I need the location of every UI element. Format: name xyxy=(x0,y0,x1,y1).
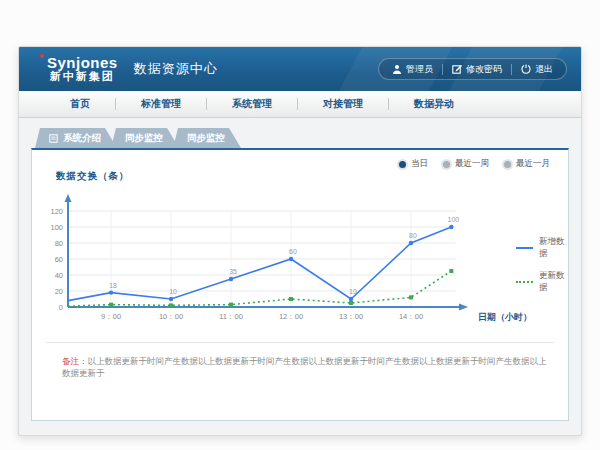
svg-text:13：00: 13：00 xyxy=(339,312,363,321)
filter-label: 当日 xyxy=(411,158,428,170)
change-password-label: 修改密码 xyxy=(466,63,502,76)
filter-label: 最近一周 xyxy=(455,158,489,170)
content-area: 系统介绍 同步监控 同步监控 当日 最近 xyxy=(19,118,581,421)
y-axis-title: 数据交换（条） xyxy=(56,170,130,183)
svg-text:40: 40 xyxy=(55,271,63,280)
filter-option[interactable]: 最近一周 xyxy=(443,158,489,170)
chart-legend: 新增数据 更新数据 xyxy=(516,236,568,294)
svg-text:10：00: 10：00 xyxy=(159,312,183,321)
legend-label: 更新数据 xyxy=(539,270,568,294)
nav-item-interfacing[interactable]: 对接管理 xyxy=(298,97,388,111)
company-logo: Synjones 新中新集团 xyxy=(47,55,118,82)
logout-label: 退出 xyxy=(535,63,553,76)
time-range-filters: 当日 最近一周 最近一月 xyxy=(399,158,550,170)
tab-system-intro[interactable]: 系统介绍 xyxy=(35,128,117,148)
filter-label: 最近一月 xyxy=(516,158,550,170)
logout-button[interactable]: 退出 xyxy=(512,63,562,76)
footnote-prefix: 备注： xyxy=(62,356,88,366)
user-bar: 管理员 修改密码 退出 xyxy=(378,58,567,80)
svg-text:14：00: 14：00 xyxy=(399,312,423,321)
svg-text:10: 10 xyxy=(349,288,357,295)
tab-sync-monitor-2[interactable]: 同步监控 xyxy=(173,128,241,148)
tab-bar: 系统介绍 同步监控 同步监控 xyxy=(35,128,569,148)
svg-text:35: 35 xyxy=(229,268,237,275)
nav-item-system[interactable]: 系统管理 xyxy=(207,97,297,111)
svg-text:80: 80 xyxy=(55,239,63,248)
filter-option[interactable]: 最近一月 xyxy=(504,158,550,170)
logo-subtitle: 新中新集团 xyxy=(47,71,118,83)
current-user-button[interactable]: 管理员 xyxy=(383,63,442,76)
legend-line-sample xyxy=(516,281,533,283)
svg-text:100: 100 xyxy=(50,223,63,232)
svg-text:10: 10 xyxy=(169,288,177,295)
edit-icon xyxy=(452,64,462,74)
page-title: 数据资源中心 xyxy=(134,60,218,78)
tab-sync-monitor-1[interactable]: 同步监控 xyxy=(111,128,179,148)
main-nav: 首页 标准管理 系统管理 对接管理 数据异动 xyxy=(19,91,581,118)
radio-icon xyxy=(443,161,450,168)
svg-text:60: 60 xyxy=(55,255,63,264)
footnote-text: 以上数据更新于时间产生数据以上数据更新于时间产生数据以上数据更新于时间产生数据以… xyxy=(62,356,547,378)
username: 管理员 xyxy=(406,63,433,76)
logo-red-dot-icon xyxy=(40,54,44,58)
svg-text:60: 60 xyxy=(289,248,297,255)
tab-label: 系统介绍 xyxy=(63,128,101,148)
panel-divider xyxy=(46,342,554,343)
filter-option[interactable]: 当日 xyxy=(399,158,428,170)
nav-item-data-change[interactable]: 数据异动 xyxy=(389,97,479,111)
radio-icon xyxy=(504,161,511,168)
footnote: 备注：以上数据更新于时间产生数据以上数据更新于时间产生数据以上数据更新于时间产生… xyxy=(62,356,548,380)
nav-item-home[interactable]: 首页 xyxy=(45,97,115,111)
nav-item-standards[interactable]: 标准管理 xyxy=(116,97,206,111)
user-icon xyxy=(392,64,402,74)
svg-text:80: 80 xyxy=(409,232,417,239)
svg-text:120: 120 xyxy=(50,207,63,216)
screen: Synjones 新中新集团 数据资源中心 管理员 修改密码 xyxy=(0,0,600,450)
svg-text:日期（小时）: 日期（小时） xyxy=(478,312,532,322)
line-chart: 0204060801001209：0010：0011：0012：0013：001… xyxy=(46,190,546,332)
power-icon xyxy=(521,64,531,74)
svg-text:11：00: 11：00 xyxy=(219,312,243,321)
svg-text:100: 100 xyxy=(448,216,460,223)
header: Synjones 新中新集团 数据资源中心 管理员 修改密码 xyxy=(19,47,581,91)
logo-name: Synjones xyxy=(47,55,118,71)
app-window: Synjones 新中新集团 数据资源中心 管理员 修改密码 xyxy=(18,46,582,436)
tab-label: 同步监控 xyxy=(187,128,225,148)
legend-line-sample xyxy=(516,247,533,249)
tab-label: 同步监控 xyxy=(125,128,163,148)
radio-icon xyxy=(399,161,406,168)
document-icon xyxy=(49,134,58,143)
svg-text:20: 20 xyxy=(55,287,63,296)
svg-text:9：00: 9：00 xyxy=(101,312,121,321)
legend-item: 更新数据 xyxy=(516,270,568,294)
svg-text:0: 0 xyxy=(59,303,63,312)
change-password-button[interactable]: 修改密码 xyxy=(443,63,511,76)
svg-text:12：00: 12：00 xyxy=(279,312,303,321)
chart-panel: 当日 最近一周 最近一月 数据交换（条） 0204060801001209：00… xyxy=(31,148,569,421)
legend-item: 新增数据 xyxy=(516,236,568,260)
legend-label: 新增数据 xyxy=(539,236,568,260)
svg-text:18: 18 xyxy=(109,282,117,289)
